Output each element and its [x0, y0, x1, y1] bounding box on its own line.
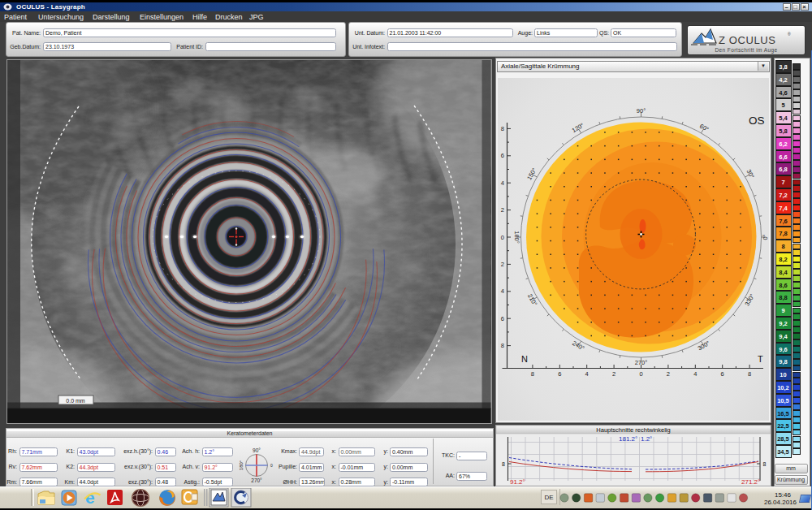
svg-text:4: 4	[501, 287, 504, 295]
svg-text:6: 6	[501, 314, 504, 322]
svg-text:Hauptschnitte rechtwinkelig: Hauptschnitte rechtwinkelig	[596, 426, 670, 434]
svg-text:0: 0	[270, 463, 273, 468]
svg-text:Den Fortschritt im Auge: Den Fortschritt im Auge	[715, 47, 777, 54]
svg-text:6: 6	[501, 152, 504, 159]
svg-text:8: 8	[531, 370, 534, 377]
svg-text:4: 4	[501, 179, 504, 186]
svg-text:181.2°: 181.2°	[619, 435, 637, 443]
svg-text:6: 6	[721, 370, 724, 377]
svg-text:8: 8	[502, 461, 505, 467]
svg-text:®: ®	[788, 32, 791, 37]
svg-text:0: 0	[501, 233, 504, 240]
svg-text:0: 0	[639, 370, 642, 377]
svg-text:180°: 180°	[513, 231, 520, 244]
svg-text:T: T	[758, 354, 763, 364]
svg-text:180°: 180°	[239, 460, 244, 470]
svg-text:4: 4	[693, 370, 697, 377]
svg-text:8: 8	[763, 461, 767, 467]
svg-text:8: 8	[501, 124, 504, 132]
svg-text:0°: 0°	[762, 234, 769, 240]
svg-text:OS: OS	[749, 115, 765, 127]
svg-text:8: 8	[748, 370, 751, 377]
svg-text:90°: 90°	[253, 447, 261, 453]
svg-text:0.0 mm: 0.0 mm	[66, 397, 85, 403]
svg-text:91.2°: 91.2°	[510, 478, 525, 486]
svg-text:2: 2	[612, 370, 615, 377]
svg-text:270°: 270°	[251, 478, 262, 483]
svg-text:Z OCULUS: Z OCULUS	[719, 34, 776, 46]
svg-text:90°: 90°	[637, 106, 646, 114]
svg-text:2: 2	[667, 370, 670, 377]
svg-text:1.2°: 1.2°	[641, 435, 652, 443]
svg-text:271.2°: 271.2°	[741, 478, 760, 486]
svg-text:2: 2	[501, 206, 504, 214]
svg-text:4: 4	[585, 370, 589, 377]
svg-text:6: 6	[558, 370, 561, 377]
svg-text:8: 8	[501, 342, 504, 349]
svg-text:2: 2	[501, 260, 504, 267]
svg-text:N: N	[521, 354, 528, 364]
